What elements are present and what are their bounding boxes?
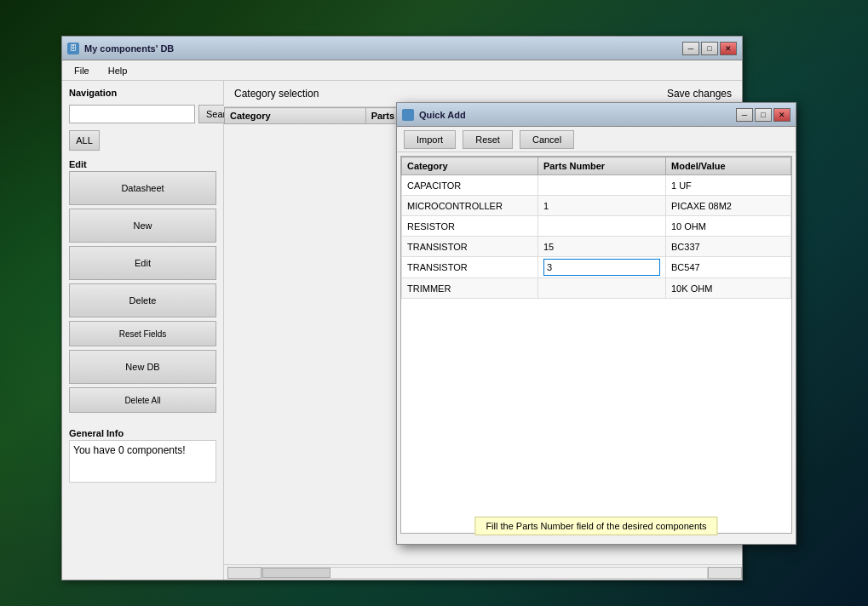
dialog-cell-category: TRIMMER (402, 278, 538, 299)
all-button[interactable]: ALL (69, 130, 100, 151)
dialog-cell-parts-number[interactable]: 15 (538, 237, 666, 257)
dialog-table-row: TRANSISTORBC547 (402, 257, 791, 278)
dialog-minimize-button[interactable]: ─ (736, 108, 753, 122)
dialog-table-wrapper: Category Parts Number Model/Value CAPACI… (400, 156, 792, 534)
dialog-cell-model-value: BC337 (666, 237, 791, 257)
dialog-table: Category Parts Number Model/Value CAPACI… (401, 157, 791, 299)
dialog-table-row: TRANSISTOR15BC337 (402, 237, 791, 257)
left-panel: Navigation Search ALL Edit Datasheet New… (62, 81, 224, 580)
reset-fields-button[interactable]: Reset Fields (69, 321, 216, 346)
cancel-button[interactable]: Cancel (520, 130, 574, 149)
quick-add-dialog: Quick Add ─ □ ✕ Import Reset Cancel Cate… (396, 102, 796, 545)
dialog-col-category: Category (402, 157, 538, 175)
dialog-icon (402, 109, 414, 121)
reset-button[interactable]: Reset (463, 130, 513, 149)
general-info-section: General Info You have 0 components! (69, 428, 216, 483)
new-db-button[interactable]: New DB (69, 350, 216, 384)
close-button[interactable]: ✕ (720, 42, 737, 55)
menu-file[interactable]: File (69, 64, 95, 77)
dialog-cell-category: TRANSISTOR (402, 257, 538, 278)
main-title-bar: 🗄 My components' DB ─ □ ✕ (62, 37, 742, 60)
scroll-left-btn[interactable] (227, 567, 262, 579)
menu-help[interactable]: Help (103, 64, 133, 77)
dialog-cell-category: RESISTOR (402, 216, 538, 237)
dialog-title-bar: Quick Add ─ □ ✕ (397, 103, 796, 127)
dialog-cell-category: TRANSISTOR (402, 237, 538, 257)
datasheet-button[interactable]: Datasheet (69, 171, 216, 205)
main-window-icon: 🗄 (67, 43, 79, 54)
maximize-button[interactable]: □ (701, 42, 718, 55)
edit-label: Edit (69, 159, 216, 169)
dialog-col-parts-number: Parts Number (538, 157, 666, 175)
dialog-title: Quick Add (419, 110, 466, 120)
dialog-table-row: MICROCONTROLLER1PICAXE 08M2 (402, 196, 791, 216)
status-message: Fill the Parts Number field of the desir… (474, 517, 717, 535)
edit-button[interactable]: Edit (69, 246, 216, 280)
new-button[interactable]: New (69, 209, 216, 243)
dialog-content: Category Parts Number Model/Value CAPACI… (397, 152, 796, 544)
category-selection-label: Category selection (234, 88, 319, 100)
import-button[interactable]: Import (404, 130, 456, 149)
save-changes-label: Save changes (667, 88, 732, 100)
scroll-right-btn[interactable] (708, 567, 742, 579)
dialog-buttons-bar: Import Reset Cancel (397, 127, 796, 152)
dialog-cell-model-value: PICAXE 08M2 (666, 196, 791, 216)
menu-bar: File Help (62, 60, 742, 81)
main-window-controls: ─ □ ✕ (682, 42, 737, 55)
dialog-table-row: RESISTOR10 OHM (402, 216, 791, 237)
dialog-controls: ─ □ ✕ (736, 108, 790, 122)
delete-button[interactable]: Delete (69, 283, 216, 317)
edit-section: Edit Datasheet New Edit Delete Reset Fie… (69, 159, 216, 416)
dialog-cell-category: CAPACITOR (402, 175, 538, 196)
general-info-box: You have 0 components! (69, 440, 216, 483)
dialog-close-button[interactable]: ✕ (773, 108, 790, 122)
dialog-restore-button[interactable]: □ (755, 108, 772, 122)
dialog-cell-model-value: BC547 (666, 257, 791, 278)
parts-number-input-active[interactable] (543, 259, 660, 276)
scroll-area[interactable] (224, 564, 742, 580)
dialog-cell-model-value: 10K OHM (666, 278, 791, 299)
dialog-cell-parts-number[interactable]: 1 (538, 196, 666, 216)
dialog-col-model-value: Model/Value (666, 157, 791, 175)
search-input[interactable] (69, 105, 195, 123)
dialog-cell-parts-number[interactable] (538, 278, 666, 299)
scroll-track[interactable] (262, 567, 708, 579)
search-row: Search (69, 105, 216, 123)
general-info-label: General Info (69, 428, 216, 438)
navigation-label: Navigation (69, 88, 216, 98)
dialog-cell-model-value: 10 OHM (666, 216, 791, 237)
status-area: Fill the Parts Number field of the desir… (400, 534, 792, 540)
dialog-table-row: TRIMMER10K OHM (402, 278, 791, 299)
minimize-button[interactable]: ─ (682, 42, 699, 55)
dialog-cell-category: MICROCONTROLLER (402, 196, 538, 216)
delete-all-button[interactable]: Delete All (69, 387, 216, 413)
scroll-thumb[interactable] (262, 568, 331, 578)
dialog-cell-model-value: 1 UF (666, 175, 791, 196)
general-info-text: You have 0 components! (73, 444, 186, 456)
dialog-cell-parts-number[interactable] (538, 175, 666, 196)
dialog-cell-parts-number[interactable] (538, 216, 666, 237)
main-window-title: My components' DB (84, 43, 174, 54)
main-col-category: Category (225, 108, 366, 124)
dialog-table-row: CAPACITOR1 UF (402, 175, 791, 196)
dialog-cell-parts-number[interactable] (538, 257, 666, 278)
